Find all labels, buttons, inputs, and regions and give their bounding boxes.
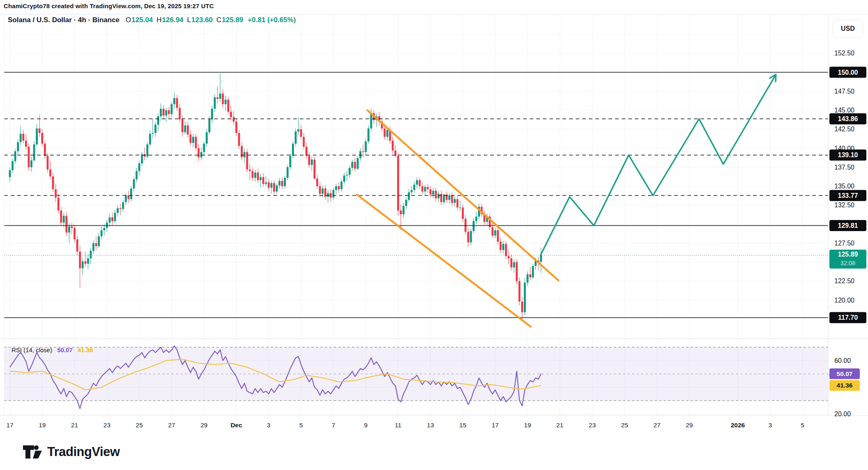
candle-body <box>60 211 62 223</box>
symbol-description[interactable]: Solana / U.S. Dollar · 4h · Binance <box>8 16 119 24</box>
candle-body <box>494 230 496 236</box>
candle-body <box>273 183 275 191</box>
candle-body <box>427 187 429 189</box>
open-value: 125.04 <box>131 16 153 24</box>
candle-body <box>305 147 308 156</box>
price-tick-label: 120.00 <box>834 297 854 304</box>
candle-body <box>357 158 359 169</box>
candle-body <box>141 154 143 163</box>
chart-canvas[interactable]: 152.50147.50145.00142.50140.00137.50135.… <box>0 0 868 470</box>
candle-body <box>335 186 337 190</box>
candle-body <box>173 98 175 104</box>
projection-line <box>540 75 776 255</box>
candle-body <box>497 230 499 242</box>
rsi-indicator-legend[interactable]: RSI (14, close) 50.07 41.36 <box>11 346 93 353</box>
time-tick-label: 21 <box>71 422 78 429</box>
currency-toggle-button[interactable]: USD <box>833 20 863 38</box>
time-axis[interactable]: 17192123252729Dec35791113151719212325272… <box>6 422 804 429</box>
candle-body <box>181 119 184 132</box>
candle-body <box>222 94 224 104</box>
candle-body <box>457 199 459 207</box>
candle-body <box>17 142 19 151</box>
time-tick-label: 23 <box>589 422 596 429</box>
time-tick-label: 27 <box>168 422 175 429</box>
rsi-tick-label: 20.00 <box>834 410 851 417</box>
candle-body <box>52 177 54 189</box>
price-level-badge-label: 129.81 <box>838 222 858 229</box>
candle-body <box>22 134 24 141</box>
candle-body <box>214 97 216 109</box>
candle-body <box>314 160 316 179</box>
ohlc-values: O125.04 H126.94 L123.60 C125.89 <box>126 16 243 24</box>
candle-body <box>11 161 14 170</box>
projection-arrowhead <box>776 75 776 82</box>
candle-body <box>413 185 416 190</box>
low-label: L <box>187 16 191 24</box>
price-tick-label: 132.50 <box>834 202 854 209</box>
candle-body <box>98 236 100 246</box>
time-tick-label: 5 <box>299 422 303 429</box>
candle-body <box>171 104 173 114</box>
candle-body <box>359 151 361 158</box>
candle-body <box>117 208 119 213</box>
high-value: 126.94 <box>162 16 184 24</box>
candle-body <box>411 190 413 193</box>
time-tick-label: 7 <box>332 422 335 429</box>
candle-body <box>370 113 372 128</box>
attribution-text: ChamiCrypto78 created with TradingView.c… <box>4 2 214 9</box>
price-axis[interactable]: 152.50147.50145.00142.50140.00137.50135.… <box>829 50 866 417</box>
candle-body <box>44 144 46 156</box>
time-tick-label: 15 <box>459 422 466 429</box>
candle-body <box>252 171 254 178</box>
candle-body <box>519 281 521 302</box>
candle-body <box>179 108 181 119</box>
candle-body <box>157 116 159 124</box>
candle-body <box>507 256 510 259</box>
candle-body <box>295 131 297 144</box>
candle-body <box>76 239 78 252</box>
rsi-ma-value: 41.36 <box>78 346 93 353</box>
candle-body <box>73 228 76 239</box>
candle-body <box>257 172 259 180</box>
candle-body <box>103 228 105 230</box>
price-tick-label: 145.00 <box>834 107 854 114</box>
candle-body <box>63 216 65 223</box>
candle-body <box>122 202 124 209</box>
candle-body <box>321 188 324 194</box>
candle-body <box>259 177 262 180</box>
candle-body <box>246 152 248 170</box>
time-tick-label: 23 <box>103 422 110 429</box>
candle-body <box>33 144 35 160</box>
candle-body <box>327 193 329 197</box>
candle-body <box>90 251 92 259</box>
tradingview-footer[interactable]: TradingView <box>23 445 120 459</box>
symbol-header[interactable]: Solana / U.S. Dollar · 4h · Binance O125… <box>8 16 296 24</box>
candle-body <box>402 206 404 214</box>
time-tick-label: 5 <box>801 422 804 429</box>
close-label: C <box>216 16 221 24</box>
candle-body <box>82 261 84 268</box>
candle-body <box>119 208 122 209</box>
price-level-badge-label: 117.70 <box>838 314 858 321</box>
time-tick-label: 11 <box>395 422 402 429</box>
candle-body <box>160 109 162 117</box>
price-tick-label: 137.50 <box>834 164 854 171</box>
candle-body <box>249 170 251 171</box>
candle-body <box>49 170 51 177</box>
candle-body <box>152 133 154 134</box>
rsi-value-badge-label: 50.07 <box>837 370 853 377</box>
candle-body <box>209 119 211 132</box>
time-tick-label: 3 <box>267 422 271 429</box>
candle-body <box>20 134 22 142</box>
candle-body <box>192 137 194 143</box>
candle-body <box>144 154 146 157</box>
time-tick-label: 29 <box>686 422 693 429</box>
candle-body <box>227 100 230 112</box>
candle-body <box>338 186 340 189</box>
candle-body <box>254 172 256 178</box>
candle-body <box>386 130 388 137</box>
candle-body <box>197 148 200 157</box>
candle-body <box>176 98 178 108</box>
time-tick-label: 9 <box>364 422 367 429</box>
candle-body <box>319 186 321 194</box>
